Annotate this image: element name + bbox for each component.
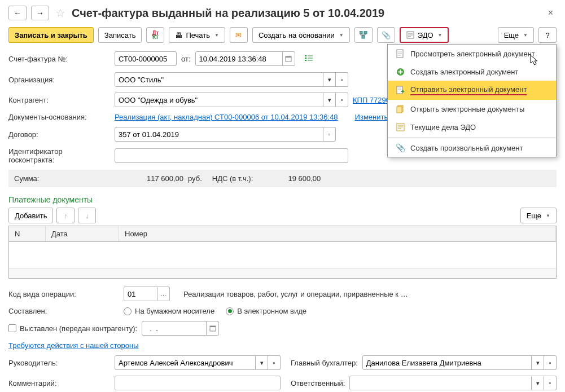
- dropdown-button[interactable]: ▾: [532, 376, 544, 390]
- print-label: Печать: [186, 31, 210, 39]
- gos-id-input[interactable]: [115, 148, 348, 163]
- col-n[interactable]: N: [9, 226, 46, 241]
- open-button[interactable]: ▫: [268, 355, 281, 370]
- responsible-label: Ответственный:: [291, 379, 345, 387]
- radio-electronic-label: В электронном виде: [237, 307, 306, 315]
- forward-button[interactable]: →: [31, 6, 49, 20]
- dropdown-button[interactable]: ▾: [323, 72, 336, 87]
- edo-button[interactable]: ЭДО ▼: [400, 27, 449, 43]
- open-button[interactable]: ▫: [336, 72, 348, 87]
- dropdown-button[interactable]: ▾: [256, 355, 268, 370]
- actions-required-link[interactable]: Требуются действия с нашей стороны: [8, 341, 139, 350]
- open-button[interactable]: ▫: [544, 376, 557, 390]
- paperclip-icon: 📎: [396, 143, 405, 152]
- calendar-button[interactable]: [207, 321, 219, 336]
- org-input[interactable]: [115, 72, 323, 87]
- edit-link[interactable]: Изменить: [355, 113, 388, 121]
- col-num[interactable]: Номер: [119, 226, 556, 241]
- payments-more-button[interactable]: Еще ▼: [520, 208, 557, 223]
- chevron-down-icon: ▼: [214, 33, 219, 38]
- dt-kt-icon: ДтКт: [152, 31, 159, 39]
- svg-rect-11: [286, 56, 291, 58]
- structure-button[interactable]: [354, 27, 373, 43]
- envelope-icon: ✉: [235, 31, 242, 39]
- col-date[interactable]: Дата: [46, 226, 119, 241]
- head-label: Руководитель:: [8, 359, 110, 367]
- vat-value: 19 600,00: [253, 174, 321, 183]
- more-label: Еще: [504, 31, 519, 39]
- close-icon[interactable]: ×: [545, 8, 557, 18]
- dropdown-button[interactable]: ▾: [323, 93, 336, 107]
- edo-label: ЭДО: [418, 31, 433, 39]
- payments-section-title: Платежные документы: [8, 195, 557, 204]
- favorite-star-icon[interactable]: ☆: [54, 6, 67, 20]
- save-button[interactable]: Записать: [98, 27, 142, 43]
- radio-icon: [124, 307, 132, 315]
- payments-more-label: Еще: [527, 212, 541, 220]
- payments-table-body[interactable]: [9, 242, 556, 269]
- sum-label: Сумма:: [14, 174, 116, 183]
- menu-current-edo[interactable]: Текущие дела ЭДО: [388, 118, 556, 136]
- accountant-input[interactable]: [362, 355, 532, 370]
- attach-button[interactable]: 📎: [377, 27, 395, 43]
- open-button[interactable]: ▫: [336, 93, 348, 107]
- sum-value: 117 600,00: [116, 174, 183, 183]
- move-up-button[interactable]: ↑: [56, 208, 75, 223]
- responsible-input[interactable]: [349, 376, 532, 390]
- invoice-no-input[interactable]: [115, 51, 177, 66]
- calendar-icon: [209, 325, 216, 332]
- radio-electronic[interactable]: В электронном виде: [226, 307, 306, 315]
- dropdown-button[interactable]: ▾: [532, 355, 544, 370]
- document-send-icon: [396, 86, 405, 95]
- issued-checkbox[interactable]: Выставлен (передан контрагенту):: [8, 324, 137, 333]
- create-based-on-button[interactable]: Создать на основании ▼: [252, 27, 350, 43]
- currency-label: руб.: [188, 174, 202, 183]
- create-based-label: Создать на основании: [259, 31, 335, 39]
- edo-list-icon: [396, 122, 405, 131]
- date-input[interactable]: [195, 51, 283, 66]
- documents-stack-icon: [396, 104, 405, 113]
- checkbox-icon: [8, 324, 16, 332]
- tree-icon: [360, 31, 367, 39]
- payments-table: N Дата Номер: [8, 226, 557, 279]
- comment-label: Комментарий:: [8, 379, 110, 387]
- calendar-button[interactable]: [283, 51, 295, 66]
- counterparty-input[interactable]: [115, 93, 323, 107]
- add-payment-button[interactable]: Добавить: [8, 208, 53, 223]
- radio-paper-label: На бумажном носителе: [135, 307, 214, 315]
- radio-paper[interactable]: На бумажном носителе: [124, 307, 214, 315]
- open-button[interactable]: ▫: [323, 127, 336, 142]
- menu-create-arbitrary[interactable]: 📎 Создать произвольный документ: [388, 139, 556, 157]
- back-button[interactable]: ←: [8, 6, 27, 20]
- contract-input[interactable]: [115, 127, 323, 142]
- more-button[interactable]: Еще ▼: [498, 27, 534, 43]
- menu-send-edoc[interactable]: Отправить электронный документ: [388, 81, 556, 100]
- comment-input[interactable]: [115, 376, 281, 390]
- move-down-button[interactable]: ↓: [78, 208, 96, 223]
- page-title: Счет-фактура выданный на реализацию 5 от…: [72, 7, 540, 20]
- basis-doc-link[interactable]: Реализация (акт, накладная) СТ00-000006 …: [115, 113, 338, 121]
- email-button[interactable]: ✉: [230, 27, 248, 43]
- save-and-close-button[interactable]: Записать и закрыть: [8, 27, 94, 43]
- open-register-button[interactable]: [300, 51, 318, 67]
- issued-date-input[interactable]: [142, 321, 207, 336]
- document-icon: [396, 49, 405, 58]
- basis-label: Документы-основания:: [8, 113, 110, 121]
- head-input[interactable]: [115, 355, 256, 370]
- kpp-link[interactable]: КПП 77290: [353, 96, 390, 104]
- printer-icon: 🖶: [175, 31, 182, 39]
- menu-open-edocs[interactable]: Открыть электронные документы: [388, 100, 556, 118]
- op-code-input[interactable]: [124, 287, 157, 301]
- dt-kt-button[interactable]: ДтКт: [146, 27, 164, 43]
- table-scroll-area: [9, 269, 556, 278]
- svg-rect-13: [210, 326, 216, 327]
- list-green-icon: [304, 55, 313, 63]
- edo-icon: [406, 31, 414, 39]
- issued-label: Выставлен (передан контрагенту):: [20, 324, 137, 333]
- svg-rect-8: [397, 107, 402, 113]
- print-button[interactable]: 🖶 Печать ▼: [169, 27, 225, 43]
- invoice-no-label: Счет-фактура №:: [8, 55, 110, 63]
- ellipsis-button[interactable]: …: [157, 287, 170, 301]
- help-button[interactable]: ?: [538, 27, 557, 43]
- open-button[interactable]: ▫: [544, 355, 557, 370]
